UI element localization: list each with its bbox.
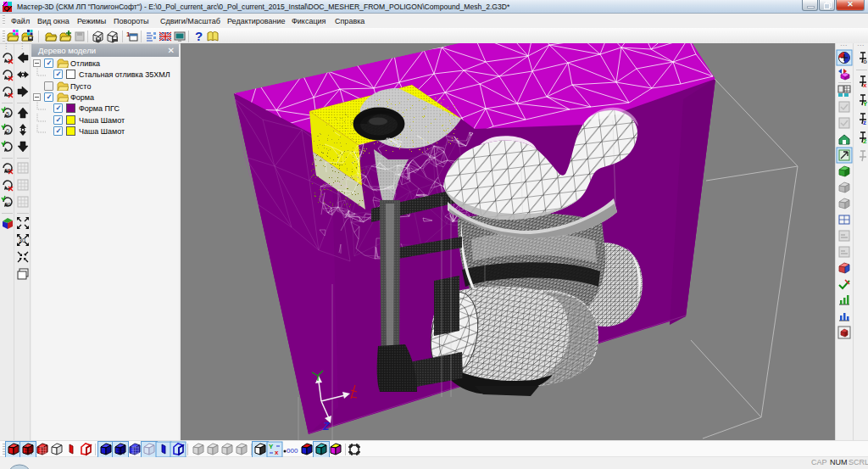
- svg-text:x: x: [863, 81, 867, 89]
- svg-text:000: 000: [287, 447, 298, 455]
- svg-text:x: x: [275, 449, 279, 456]
- svg-text:Y: Y: [863, 100, 868, 108]
- svg-text:o: o: [863, 58, 867, 65]
- svg-text:0: 0: [6, 128, 9, 134]
- svg-text:Z: Z: [322, 421, 330, 433]
- svg-text:90: 90: [5, 202, 11, 207]
- svg-text:z: z: [863, 119, 866, 126]
- svg-text:2: 2: [863, 137, 867, 145]
- svg-text:?: ?: [195, 29, 203, 43]
- svg-text:5: 5: [6, 111, 9, 117]
- svg-text:90: 90: [5, 168, 11, 173]
- svg-text:Y: Y: [269, 443, 274, 450]
